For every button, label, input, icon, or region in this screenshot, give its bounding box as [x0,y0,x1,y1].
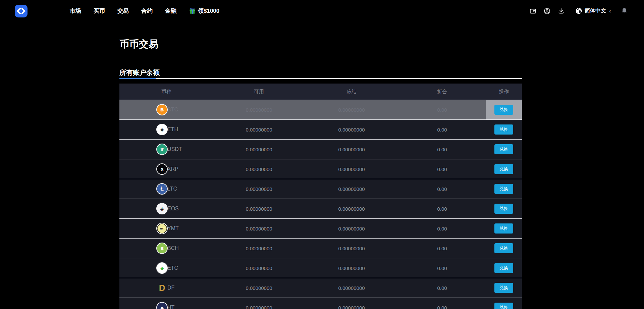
coin-name: BTC [167,107,178,113]
exchange-button[interactable]: 兑换 [494,263,513,273]
coin-name: DF [167,285,174,291]
equivalent-value: 0.00 [398,120,486,139]
nav-item-4[interactable]: 金融 [165,7,176,15]
top-nav: 市场买币交易合约金融领$1000 [0,0,644,22]
available-value: 0.00000000 [213,100,305,119]
coin-name: ETH [167,126,178,133]
coin-cell: ◆ETH [119,120,213,139]
available-value: 0.00000000 [213,258,305,278]
exchange-button[interactable]: 兑换 [494,223,513,234]
nav-item-promo[interactable]: 领$1000 [189,7,219,15]
table-row-ltc[interactable]: ŁLTC0.000000000.000000000.00兑换 [119,179,522,199]
available-value: 0.00000000 [213,219,305,238]
exchange-button[interactable]: 兑换 [494,184,513,194]
globe-icon [575,7,582,15]
nav-item-2[interactable]: 交易 [117,7,129,15]
coin-name: YMT [167,225,179,231]
table-row-df[interactable]: DDF0.000000000.000000000.00兑换 [119,278,522,298]
available-value: 0.00000000 [213,179,305,199]
action-cell: 兑换 [486,239,522,258]
coin-name: LTC [167,186,177,192]
action-cell: 兑换 [486,159,522,179]
balance-table: 币种可用冻结折合操作 ฿BTC0.000000000.000000000.00兑… [119,84,522,309]
coin-cell: ฿BCH [119,239,213,258]
balance-table-body: ฿BTC0.000000000.000000000.00兑换◆ETH0.0000… [119,100,522,309]
bell-icon[interactable] [621,7,628,15]
coin-name: BCH [167,245,179,251]
df-coin-icon: D [157,283,167,293]
equivalent-value: 0.00 [398,258,486,278]
frozen-value: 0.00000000 [305,159,398,179]
column-header-1: 可用 [213,84,305,100]
action-cell: 兑换 [486,140,522,159]
exchange-button[interactable]: 兑换 [494,144,513,154]
available-value: 0.00000000 [213,298,305,309]
action-cell: 兑换 [486,199,522,218]
exchange-button[interactable]: 兑换 [494,283,513,293]
coin-cell: ◆HT [119,298,213,309]
underline-accent [119,78,156,79]
coin-cell: ฿BTC [119,100,213,119]
exchange-button[interactable]: 兑换 [494,105,513,115]
equivalent-value: 0.00 [398,278,486,298]
frozen-value: 0.00000000 [305,298,398,309]
coin-name: USDT [167,146,182,152]
account-icon[interactable] [543,7,551,15]
coin-name: EOS [167,206,179,212]
action-cell: 兑换 [486,298,522,309]
eos-coin-icon: ◈ [157,204,167,214]
code-brackets-logo[interactable] [15,5,28,17]
coin-cell: ŁLTC [119,179,213,199]
coin-name: XRP [167,166,178,172]
available-value: 0.00000000 [213,199,305,218]
page-title: 币币交易 [119,38,644,50]
exchange-button[interactable]: 兑换 [494,243,513,253]
nav-item-3[interactable]: 合约 [141,7,153,15]
download-icon[interactable] [557,7,565,15]
coin-cell: DDF [119,278,213,298]
table-row-bch[interactable]: ฿BCH0.000000000.000000000.00兑换 [119,238,522,258]
action-cell: 兑换 [486,120,522,139]
promo-label: 领$1000 [198,7,219,15]
exchange-button[interactable]: 兑换 [494,164,513,174]
table-row-xrp[interactable]: XXRP0.000000000.000000000.00兑换 [119,159,522,179]
action-cell: 兑换 [486,100,522,119]
action-cell: 兑换 [486,179,522,199]
wallet-icon[interactable] [529,7,537,15]
table-row-eos[interactable]: ◈EOS0.000000000.000000000.00兑换 [119,199,522,218]
table-row-ymt[interactable]: YMTYMT0.000000000.000000000.00兑换 [119,218,522,238]
coin-cell: XXRP [119,159,213,179]
exchange-button[interactable]: 兑换 [494,204,513,214]
column-header-3: 折合 [398,84,486,100]
usdt-coin-icon: ₮ [157,144,167,154]
nav-item-0[interactable]: 市场 [70,7,81,15]
table-row-btc[interactable]: ฿BTC0.000000000.000000000.00兑换 [119,100,522,119]
table-row-eth[interactable]: ◆ETH0.000000000.000000000.00兑换 [119,119,522,139]
column-header-4: 操作 [486,84,522,100]
chevron-left-icon: ‹ [608,8,612,14]
gift-icon [189,7,196,14]
eth-coin-icon: ◆ [157,124,167,135]
nav-right: 简体中文 ‹ [529,0,628,22]
frozen-value: 0.00000000 [305,179,398,199]
frozen-value: 0.00000000 [305,239,398,258]
exchange-button[interactable]: 兑换 [494,303,513,309]
table-row-etc[interactable]: ◆ETC0.000000000.000000000.00兑换 [119,258,522,278]
action-cell: 兑换 [486,219,522,238]
frozen-value: 0.00000000 [305,278,398,298]
table-row-ht[interactable]: ◆HT0.000000000.000000000.00兑换 [119,298,522,309]
available-value: 0.00000000 [213,120,305,139]
underline-rest [156,78,522,79]
available-value: 0.00000000 [213,278,305,298]
frozen-value: 0.00000000 [305,219,398,238]
coin-cell: ◈EOS [119,199,213,218]
table-row-usdt[interactable]: ₮USDT0.000000000.000000000.00兑换 [119,139,522,159]
btc-coin-icon: ฿ [157,105,167,115]
frozen-value: 0.00000000 [305,100,398,119]
etc-coin-icon: ◆ [157,263,167,273]
column-header-2: 冻结 [305,84,398,100]
language-selector[interactable]: 简体中文 ‹ [575,7,612,15]
exchange-button[interactable]: 兑换 [494,124,513,135]
nav-item-1[interactable]: 买币 [94,7,105,15]
frozen-value: 0.00000000 [305,199,398,218]
